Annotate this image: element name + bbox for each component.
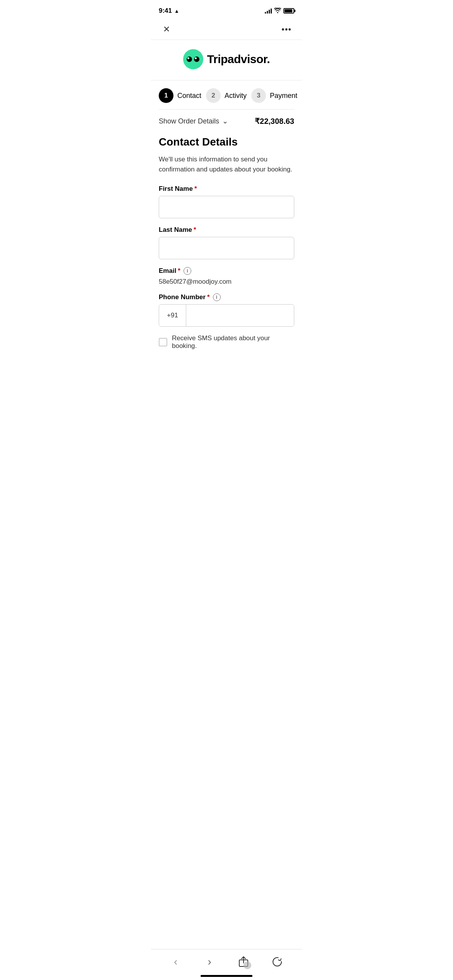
- step-2-activity: 2 Activity: [206, 88, 247, 103]
- sms-checkbox[interactable]: [159, 338, 167, 346]
- logo-container: Tripadvisor.: [183, 49, 270, 69]
- more-dots-icon: •••: [281, 24, 292, 34]
- phone-number-input[interactable]: [186, 305, 294, 326]
- last-name-field: Last Name *: [159, 226, 294, 259]
- last-name-input[interactable]: [159, 237, 294, 259]
- location-arrow-icon: ▲: [174, 8, 179, 14]
- nav-bar: ✕ •••: [151, 19, 302, 39]
- tripadvisor-wordmark: Tripadvisor.: [207, 53, 270, 66]
- step-1-circle: 1: [159, 88, 173, 103]
- phone-info-icon[interactable]: i: [213, 293, 221, 301]
- phone-country-code-selector[interactable]: +91: [159, 305, 186, 326]
- wifi-icon: [274, 8, 281, 14]
- owl-eyes-icon: [187, 57, 199, 62]
- step-2-label: Activity: [225, 92, 247, 100]
- chevron-down-icon: ⌄: [222, 117, 228, 125]
- step-2-circle: 2: [206, 88, 221, 103]
- sms-label-text: Receive SMS updates about your booking.: [172, 334, 294, 350]
- email-value-text: 58e50f27@moodjoy.com: [159, 278, 294, 286]
- show-order-details-label: Show Order Details: [159, 117, 219, 125]
- last-name-required-star: *: [194, 226, 196, 234]
- order-details-bar[interactable]: Show Order Details ⌄ ₹22,308.63: [151, 110, 302, 133]
- sms-updates-row: Receive SMS updates about your booking.: [159, 334, 294, 350]
- more-options-button[interactable]: •••: [279, 22, 294, 37]
- status-time: 9:41 ▲: [159, 7, 179, 15]
- contact-details-title: Contact Details: [159, 136, 294, 148]
- phone-label: Phone Number * i: [159, 293, 294, 301]
- phone-required-star: *: [207, 293, 210, 301]
- email-required-star: *: [178, 267, 180, 275]
- contact-section: Contact Details We'll use this informati…: [151, 133, 302, 358]
- step-1-label: Contact: [177, 92, 201, 100]
- status-bar: 9:41 ▲: [151, 0, 302, 19]
- step-3-circle: 3: [251, 88, 266, 103]
- order-total-amount: ₹22,308.63: [255, 117, 294, 126]
- phone-input-row: +91: [159, 304, 294, 327]
- close-icon: ✕: [163, 25, 170, 34]
- last-name-label: Last Name *: [159, 226, 294, 234]
- logo-section: Tripadvisor.: [151, 40, 302, 80]
- phone-number-field: Phone Number * i +91: [159, 293, 294, 327]
- battery-icon: [283, 8, 294, 14]
- steps-section: 1 Contact 2 Activity 3 Payment: [151, 81, 302, 109]
- contact-description-text: We'll use this information to send you c…: [159, 154, 294, 174]
- step-3-label: Payment: [270, 92, 297, 100]
- first-name-input[interactable]: [159, 196, 294, 218]
- steps-row: 1 Contact 2 Activity 3 Payment: [159, 88, 294, 103]
- step-1-contact: 1 Contact: [159, 88, 201, 103]
- order-details-left[interactable]: Show Order Details ⌄: [159, 117, 228, 125]
- email-label: Email * i: [159, 267, 294, 275]
- tripadvisor-owl-logo: [183, 49, 203, 69]
- first-name-label: First Name *: [159, 185, 294, 193]
- step-3-payment: 3 Payment: [251, 88, 297, 103]
- signal-bars-icon: [265, 8, 272, 14]
- first-name-field: First Name *: [159, 185, 294, 218]
- email-field: Email * i 58e50f27@moodjoy.com: [159, 267, 294, 286]
- close-button[interactable]: ✕: [159, 22, 174, 37]
- email-info-icon[interactable]: i: [184, 267, 191, 275]
- status-icons: [265, 8, 294, 14]
- first-name-required-star: *: [194, 185, 197, 193]
